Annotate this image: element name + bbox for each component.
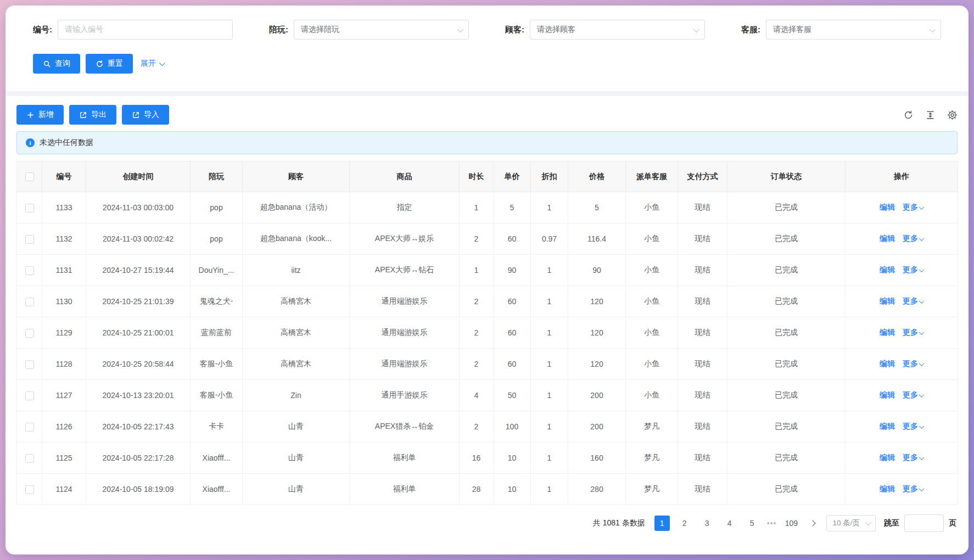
filter-select[interactable]: 请选择陪玩 bbox=[294, 20, 469, 40]
table-cell: 5 bbox=[494, 192, 531, 223]
table-cell: 梦凡 bbox=[626, 443, 678, 474]
more-link[interactable]: 更多 bbox=[903, 234, 923, 243]
more-link[interactable]: 更多 bbox=[903, 422, 923, 430]
edit-link[interactable]: 编辑 bbox=[880, 296, 895, 305]
page-button-4[interactable]: 4 bbox=[722, 516, 737, 531]
table-cell: 2 bbox=[460, 286, 494, 317]
more-link[interactable]: 更多 bbox=[903, 296, 923, 305]
export-button-label: 导出 bbox=[91, 110, 107, 120]
edit-link[interactable]: 编辑 bbox=[880, 359, 895, 368]
edit-link[interactable]: 编辑 bbox=[880, 453, 895, 462]
expand-link-label: 展开 bbox=[141, 59, 156, 69]
table-cell: 1125 bbox=[42, 443, 86, 474]
chevron-down-icon bbox=[919, 392, 925, 397]
page-jump-input[interactable] bbox=[904, 514, 944, 532]
next-page-button[interactable] bbox=[807, 521, 818, 525]
edit-link[interactable]: 编辑 bbox=[880, 203, 895, 211]
more-link[interactable]: 更多 bbox=[903, 390, 923, 399]
table-cell: 通用端游娱乐 bbox=[350, 349, 460, 380]
table-cell: 60 bbox=[494, 349, 531, 380]
table-row: 11302024-10-25 21:01:39鬼魂之犬-高橋宮木通用端游娱乐26… bbox=[17, 286, 958, 317]
page-size-select[interactable]: 10 条/页 bbox=[826, 515, 876, 531]
table-cell: 已完成 bbox=[727, 192, 846, 223]
table-cell: 小鱼 bbox=[626, 255, 678, 286]
row-actions: 编辑更多 bbox=[846, 380, 958, 411]
page-button-3[interactable]: 3 bbox=[699, 516, 715, 531]
edit-link[interactable]: 编辑 bbox=[880, 390, 895, 399]
select-all-checkbox[interactable] bbox=[25, 172, 34, 181]
more-link[interactable]: 更多 bbox=[903, 203, 923, 211]
table-cell: 1 bbox=[531, 317, 568, 349]
table-cell: 1 bbox=[531, 443, 568, 474]
table-cell: 福利单 bbox=[350, 443, 460, 474]
row-checkbox[interactable] bbox=[25, 485, 34, 494]
row-checkbox[interactable] bbox=[25, 360, 34, 369]
filter-select[interactable]: 请选择客服 bbox=[766, 20, 941, 40]
table-cell: 卡卡 bbox=[191, 411, 243, 443]
page-button-1[interactable]: 1 bbox=[654, 516, 670, 531]
table-cell: 120 bbox=[568, 349, 626, 380]
search-button[interactable]: 查询 bbox=[33, 54, 80, 74]
expand-link[interactable]: 展开 bbox=[141, 59, 164, 69]
more-link[interactable]: 更多 bbox=[903, 359, 923, 368]
table-cell: 2024-10-05 22:17:43 bbox=[86, 411, 191, 443]
table-cell: 10 bbox=[494, 474, 531, 505]
more-link[interactable]: 更多 bbox=[903, 484, 923, 493]
edit-link[interactable]: 编辑 bbox=[880, 328, 895, 337]
more-link[interactable]: 更多 bbox=[903, 453, 923, 462]
row-checkbox[interactable] bbox=[25, 391, 34, 400]
table-cell: 2024-10-25 20:58:44 bbox=[86, 349, 191, 380]
row-checkbox[interactable] bbox=[25, 204, 34, 212]
page-button-2[interactable]: 2 bbox=[677, 516, 692, 531]
row-checkbox[interactable] bbox=[25, 298, 34, 306]
row-checkbox[interactable] bbox=[25, 454, 34, 463]
edit-link[interactable]: 编辑 bbox=[880, 265, 895, 274]
edit-link[interactable]: 编辑 bbox=[880, 234, 895, 243]
row-checkbox[interactable] bbox=[25, 266, 34, 275]
plus-icon bbox=[26, 111, 35, 119]
more-link[interactable]: 更多 bbox=[903, 265, 923, 274]
page-button-109[interactable]: 109 bbox=[783, 516, 799, 531]
add-button[interactable]: 新增 bbox=[16, 105, 64, 125]
table-cell: 鬼魂之犬- bbox=[191, 286, 243, 317]
table-cell: 小鱼 bbox=[626, 349, 678, 380]
import-button[interactable]: 导入 bbox=[122, 105, 169, 125]
import-icon bbox=[132, 111, 140, 119]
filter-label: 陪玩: bbox=[269, 25, 288, 35]
more-link[interactable]: 更多 bbox=[903, 328, 923, 337]
row-checkbox[interactable] bbox=[25, 235, 34, 244]
table-cell: 1126 bbox=[42, 411, 86, 443]
table-cell: 现结 bbox=[678, 443, 727, 474]
row-height-icon[interactable] bbox=[925, 109, 936, 120]
table-row: 11272024-10-13 23:20:01客服-小鱼Zin通用手游娱乐450… bbox=[17, 380, 958, 411]
column-header: 订单状态 bbox=[727, 161, 846, 192]
page-button-5[interactable]: 5 bbox=[745, 516, 760, 531]
table-cell: 5 bbox=[568, 192, 626, 223]
orders-table: 编号创建时间陪玩顾客商品时长单价折扣价格派单客服支付方式订单状态操作 11332… bbox=[16, 161, 958, 505]
column-header: 编号 bbox=[42, 161, 86, 192]
table-row: 11262024-10-05 22:17:43卡卡山青APEX猎杀↔铂金2100… bbox=[17, 411, 958, 443]
row-checkbox[interactable] bbox=[25, 329, 34, 338]
column-header: 派单客服 bbox=[626, 161, 678, 192]
row-checkbox[interactable] bbox=[25, 423, 34, 432]
row-actions: 编辑更多 bbox=[846, 317, 958, 349]
edit-link[interactable]: 编辑 bbox=[880, 484, 895, 493]
table-cell: 2024-10-05 22:17:28 bbox=[86, 443, 191, 474]
table-cell: 60 bbox=[494, 223, 531, 255]
table-cell: 200 bbox=[568, 380, 626, 411]
filter-input[interactable]: 请输入编号 bbox=[58, 20, 233, 40]
filter-item-4: 客服:请选择客服 bbox=[741, 20, 941, 40]
table-cell: 通用端游娱乐 bbox=[350, 317, 460, 349]
main-panel: 编号:请输入编号陪玩:请选择陪玩顾客:请选择顾客客服:请选择客服 查询 重置 展… bbox=[5, 5, 969, 555]
refresh-icon[interactable] bbox=[903, 109, 914, 120]
chevron-down-icon bbox=[693, 26, 699, 32]
reset-button[interactable]: 重置 bbox=[86, 54, 133, 74]
table-cell: APEX大师↔钻石 bbox=[350, 255, 460, 286]
pagination-total: 共 1081 条数据 bbox=[593, 518, 645, 528]
settings-icon[interactable] bbox=[947, 109, 958, 120]
table-cell: 2024-10-25 21:00:01 bbox=[86, 317, 191, 349]
edit-link[interactable]: 编辑 bbox=[880, 422, 895, 430]
pagination-ellipsis[interactable]: ••• bbox=[767, 519, 777, 528]
filter-select[interactable]: 请选择顾客 bbox=[530, 20, 705, 40]
export-button[interactable]: 导出 bbox=[69, 105, 116, 125]
